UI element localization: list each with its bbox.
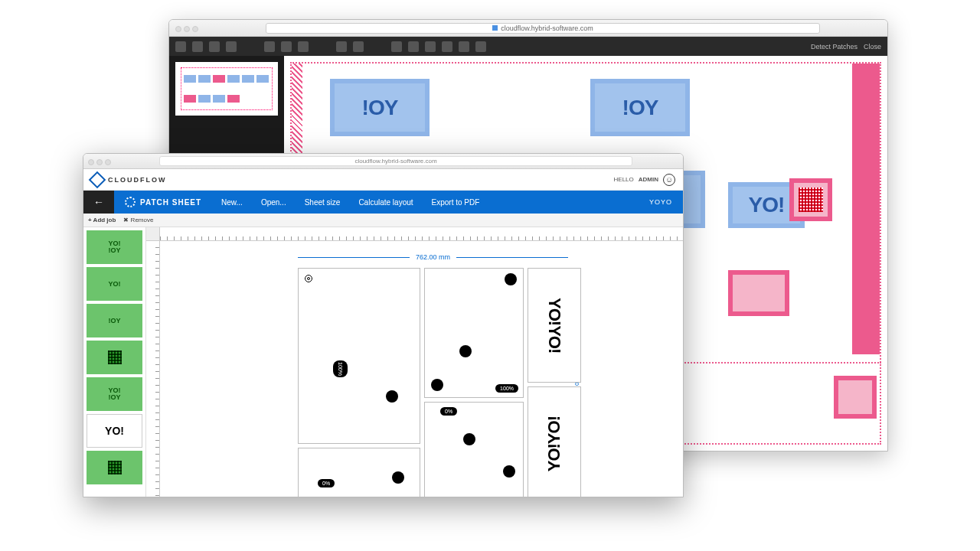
density-pill: 100%: [495, 384, 518, 393]
avatar-icon: ☺: [663, 174, 675, 186]
layout-window: cloudflow.hybrid-software.com CLOUDFLOW …: [83, 153, 684, 497]
logo-icon: [89, 171, 106, 188]
toolbar-icon[interactable]: [408, 41, 419, 52]
address-bar[interactable]: cloudflow.hybrid-software.com: [266, 23, 820, 34]
dot-icon: [505, 273, 517, 285]
ruler-vertical: [146, 241, 160, 497]
artwork-box[interactable]: YO!YO!: [528, 386, 581, 497]
list-item[interactable]: [87, 341, 142, 374]
dimension-width: 762.00 mm: [298, 250, 568, 264]
detect-patches-button[interactable]: Detect Patches: [811, 43, 858, 51]
dot-icon: [386, 390, 398, 403]
ruler-horizontal: [160, 227, 683, 241]
list-item[interactable]: YO!!OY: [87, 377, 142, 411]
lock-icon: [492, 25, 498, 31]
toolbar-icon[interactable]: [175, 41, 186, 52]
toolbar-icon[interactable]: [336, 41, 347, 52]
info-bar: + Add job ✖ Remove: [83, 214, 683, 227]
artwork-box[interactable]: 100%: [298, 268, 420, 444]
action-bar: ← PATCH SHEET New... Open... Sheet size …: [83, 191, 683, 214]
yo-text: YO!YO!: [544, 416, 564, 471]
toolbar-icon[interactable]: [391, 41, 402, 52]
brand: CLOUDFLOW: [91, 174, 167, 186]
pink-strip: [852, 64, 880, 354]
list-item[interactable]: YO!: [87, 267, 142, 301]
dot-icon: [392, 471, 404, 484]
dot-icon: [459, 345, 472, 357]
canvas-area: 762.00 mm 1092.20 mm 100% 100% 0%: [146, 227, 683, 497]
brand-bar: CLOUDFLOW HELLO ADMIN ☺: [83, 169, 683, 191]
remove-button[interactable]: ✖ Remove: [123, 217, 153, 223]
close-button[interactable]: Close: [864, 43, 881, 51]
toolbar-icon[interactable]: [264, 41, 275, 52]
menu-export[interactable]: Export to PDF: [423, 198, 489, 207]
density-pill: 0%: [440, 407, 457, 416]
menu-calculate[interactable]: Calculate layout: [349, 198, 422, 207]
job-name: YOYO: [640, 198, 683, 206]
patch-qr[interactable]: [789, 178, 832, 221]
canvas[interactable]: 762.00 mm 1092.20 mm 100% 100% 0%: [160, 241, 683, 497]
menu-open[interactable]: Open...: [252, 198, 296, 207]
dot-icon: [463, 433, 475, 445]
add-job-button[interactable]: + Add job: [88, 217, 116, 223]
dot-icon: [503, 465, 515, 478]
ruler-corner: [146, 227, 160, 241]
viewer-toolbar: Detect Patches Close: [169, 37, 887, 56]
registration-mark-icon: [305, 275, 312, 282]
toolbar-icon[interactable]: [281, 41, 292, 52]
window-controls[interactable]: [88, 155, 113, 168]
qr-icon: [108, 461, 122, 474]
patch-yo[interactable]: !OY: [590, 79, 690, 136]
dot-icon: [431, 379, 443, 391]
toolbar-icon[interactable]: [425, 41, 436, 52]
url-text: cloudflow.hybrid-software.com: [501, 24, 593, 32]
yo-text: YO!YO!: [544, 298, 564, 353]
toolbar-icon[interactable]: [209, 41, 220, 52]
menu-new[interactable]: New...: [212, 198, 252, 207]
address-bar[interactable]: cloudflow.hybrid-software.com: [159, 156, 632, 166]
artwork-box[interactable]: 0%: [298, 448, 420, 497]
toolbar-icon[interactable]: [459, 41, 469, 52]
density-pill: 100%: [333, 360, 348, 377]
patch-yo[interactable]: !OY: [330, 79, 430, 136]
menu-sheet-size[interactable]: Sheet size: [296, 198, 350, 207]
list-item[interactable]: !OY: [87, 304, 142, 337]
page-thumbnail[interactable]: [175, 62, 278, 116]
toolbar-icon[interactable]: [192, 41, 203, 52]
artwork-box[interactable]: YO!YO!: [528, 268, 581, 383]
list-item[interactable]: [87, 451, 142, 484]
density-pill: 0%: [318, 479, 335, 487]
titlebar: cloudflow.hybrid-software.com: [83, 154, 683, 169]
toolbar-icon[interactable]: [475, 41, 486, 52]
artwork-box[interactable]: 0%: [424, 402, 524, 497]
qr-icon: [799, 187, 823, 212]
patch-pink[interactable]: [834, 376, 877, 419]
job-list: YO!!OY YO! !OY YO!!OY YO!: [83, 227, 146, 497]
toolbar-icon[interactable]: [226, 41, 237, 52]
section-label: PATCH SHEET: [114, 197, 212, 207]
titlebar: cloudflow.hybrid-software.com: [169, 20, 887, 37]
back-button[interactable]: ←: [83, 191, 114, 214]
patch-pink[interactable]: [728, 270, 789, 316]
user-info[interactable]: HELLO ADMIN ☺: [614, 174, 675, 186]
list-item[interactable]: YO!: [87, 414, 142, 448]
toolbar-icon[interactable]: [442, 41, 452, 52]
toolbar-icon[interactable]: [298, 41, 309, 52]
gear-icon: [125, 197, 136, 207]
window-controls[interactable]: [175, 21, 201, 35]
artwork-box[interactable]: 100%: [424, 268, 524, 398]
toolbar-icon[interactable]: [353, 41, 364, 52]
qr-icon: [108, 350, 122, 364]
url-text: cloudflow.hybrid-software.com: [354, 158, 436, 165]
list-item[interactable]: YO!!OY: [87, 230, 142, 264]
